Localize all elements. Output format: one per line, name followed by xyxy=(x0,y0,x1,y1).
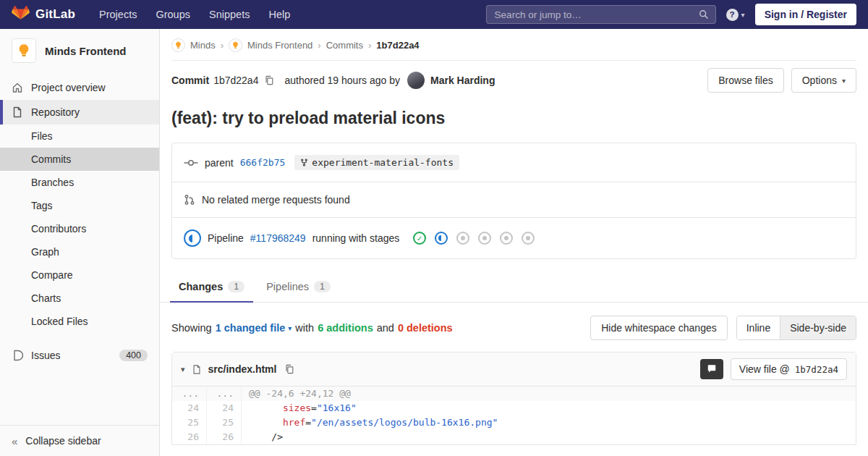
diff-line: 25 25 href="/en/assets/logos/bulb-16x16.… xyxy=(172,415,856,430)
diff-hunk-row: ... ... @@ -24,6 +24,12 @@ xyxy=(172,387,856,401)
merge-requests-row: No related merge requests found xyxy=(172,182,856,217)
collapse-sidebar-button[interactable]: Collapse sidebar xyxy=(0,425,159,456)
tab-changes[interactable]: Changes 1 xyxy=(170,271,253,303)
old-line-number[interactable]: 24 xyxy=(172,401,207,415)
nav-snippets[interactable]: Snippets xyxy=(201,0,258,29)
author-avatar[interactable] xyxy=(407,72,425,89)
commit-tabs: Changes 1 Pipelines 1 xyxy=(160,271,868,303)
copy-file-path-button[interactable] xyxy=(283,363,296,376)
sidebar-item-charts[interactable]: Charts xyxy=(0,287,159,310)
stage-status-icon-passed[interactable] xyxy=(413,232,426,245)
diff-table: ... ... @@ -24,6 +24,12 @@ 24 24 sizes="… xyxy=(172,387,856,444)
new-line-number[interactable]: 25 xyxy=(207,415,242,430)
brand-name: GitLab xyxy=(35,7,75,22)
diff-file-path[interactable]: src/index.html xyxy=(208,363,277,375)
pipeline-status-icon-running[interactable] xyxy=(184,229,201,247)
old-line-number: ... xyxy=(172,387,207,401)
tab-pipelines[interactable]: Pipelines 1 xyxy=(258,271,339,303)
parent-label: parent xyxy=(205,157,234,169)
toggle-comments-button[interactable] xyxy=(700,359,723,379)
tab-label: Changes xyxy=(179,281,223,292)
sidebar-item-label: Repository xyxy=(31,106,80,118)
hide-whitespace-button[interactable]: Hide whitespace changes xyxy=(590,316,728,340)
issues-icon xyxy=(12,350,23,361)
code-token: "16x16" xyxy=(317,402,357,413)
comment-icon xyxy=(707,364,717,374)
diff-code: /> xyxy=(242,430,856,444)
sidebar-item-commits[interactable]: Commits xyxy=(0,148,159,171)
sidebar-item-repository[interactable]: Repository xyxy=(0,100,159,124)
branch-name: experiment-material-fonts xyxy=(312,157,454,168)
nav-projects[interactable]: Projects xyxy=(91,0,145,29)
project-context-header[interactable]: Minds Frontend xyxy=(0,29,159,72)
lightbulb-icon xyxy=(231,41,239,49)
breadcrumb: Minds › Minds Frontend › Commits › 1b7d2… xyxy=(171,29,856,61)
project-avatar-small xyxy=(229,38,242,52)
pipeline-id-link[interactable]: #117968249 xyxy=(250,232,306,244)
side-by-side-view-button[interactable]: Side-by-side xyxy=(780,316,856,339)
commit-sha: 1b7d22a4 xyxy=(213,75,258,86)
breadcrumb-commits[interactable]: Commits xyxy=(326,40,363,51)
chevron-down-icon xyxy=(741,11,745,19)
changed-files-dropdown[interactable]: 1 changed file xyxy=(216,322,292,334)
home-icon xyxy=(12,82,23,93)
sidebar-item-issues[interactable]: Issues 400 xyxy=(0,343,159,368)
sidebar-item-branches[interactable]: Branches xyxy=(0,171,159,194)
collapse-diff-caret[interactable] xyxy=(181,365,185,374)
tanuki-icon xyxy=(12,6,30,23)
main-content: Minds › Minds Frontend › Commits › 1b7d2… xyxy=(160,29,868,456)
sidebar-item-files[interactable]: Files xyxy=(0,124,159,148)
breadcrumb-group[interactable]: Minds xyxy=(190,40,216,51)
sidebar-item-contributors[interactable]: Contributors xyxy=(0,217,159,240)
old-line-number[interactable]: 26 xyxy=(172,430,207,444)
breadcrumb-project[interactable]: Minds Frontend xyxy=(247,40,312,51)
copy-sha-button[interactable] xyxy=(263,74,276,87)
sidebar-item-project-overview[interactable]: Project overview xyxy=(0,75,159,100)
search-input[interactable] xyxy=(493,9,699,21)
stage-status-icon-running[interactable] xyxy=(435,232,448,245)
gitlab-logo[interactable]: GitLab xyxy=(12,6,75,23)
hunk-header: @@ -24,6 +24,12 @@ xyxy=(242,387,856,401)
group-avatar xyxy=(171,38,185,52)
pipeline-mini-graph xyxy=(413,232,535,245)
stage-status-icon-created[interactable] xyxy=(456,232,469,245)
breadcrumb-separator: › xyxy=(221,40,224,51)
inline-view-button[interactable]: Inline xyxy=(737,316,780,339)
pipeline-status-text: running with stages xyxy=(312,232,400,244)
commit-title: (feat): try to preload material icons xyxy=(171,109,856,128)
options-dropdown-button[interactable]: Options xyxy=(791,68,856,93)
collapse-label: Collapse sidebar xyxy=(25,435,101,447)
diff-code: href="/en/assets/logos/bulb-16x16.png" xyxy=(242,415,856,430)
additions-count: 6 additions xyxy=(318,322,373,334)
sidebar-item-graph[interactable]: Graph xyxy=(0,240,159,263)
sidebar-item-compare[interactable]: Compare xyxy=(0,263,159,287)
issues-count-badge: 400 xyxy=(119,350,148,361)
authored-text: authored 19 hours ago by xyxy=(284,75,400,86)
nav-groups[interactable]: Groups xyxy=(148,0,198,29)
stage-status-icon-created[interactable] xyxy=(478,232,491,245)
code-token xyxy=(249,431,271,442)
global-search[interactable] xyxy=(486,5,716,24)
new-line-number[interactable]: 24 xyxy=(207,401,242,415)
stage-status-icon-created[interactable] xyxy=(522,232,535,245)
stage-status-icon-created[interactable] xyxy=(500,232,513,245)
diff-code: sizes="16x16" xyxy=(242,401,856,415)
browse-files-button[interactable]: Browse files xyxy=(707,68,783,93)
help-dropdown[interactable] xyxy=(726,9,745,21)
old-line-number[interactable]: 25 xyxy=(172,415,207,430)
new-line-number: ... xyxy=(207,387,242,401)
branch-ref-chip[interactable]: experiment-material-fonts xyxy=(294,155,459,170)
signin-register-button[interactable]: Sign in / Register xyxy=(755,4,856,25)
sidebar-item-label: Project overview xyxy=(31,82,106,93)
parent-sha-link[interactable]: 666f2b75 xyxy=(240,157,286,168)
nav-help[interactable]: Help xyxy=(260,0,298,29)
new-line-number[interactable]: 26 xyxy=(207,430,242,444)
sidebar-item-locked-files[interactable]: Locked Files xyxy=(0,310,159,333)
chevron-down-icon xyxy=(288,324,292,332)
view-file-button[interactable]: View file @ 1b7d22a4 xyxy=(731,358,847,380)
sidebar-item-tags[interactable]: Tags xyxy=(0,194,159,217)
parent-row: parent 666f2b75 experiment-material-font… xyxy=(172,143,856,182)
code-token: href xyxy=(283,417,305,428)
author-name[interactable]: Mark Harding xyxy=(430,75,495,86)
project-name: Minds Frontend xyxy=(45,45,127,57)
